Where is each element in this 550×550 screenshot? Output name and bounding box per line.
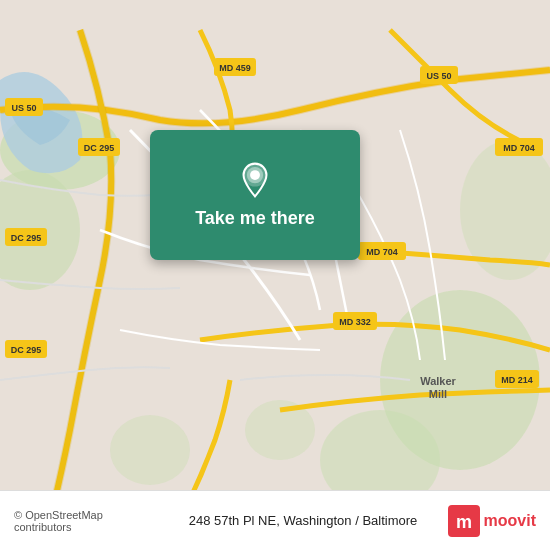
- take-me-there-button[interactable]: Take me there: [150, 130, 360, 260]
- take-me-there-label: Take me there: [195, 208, 315, 229]
- svg-text:Mill: Mill: [429, 388, 447, 400]
- svg-text:MD 704: MD 704: [503, 143, 535, 153]
- svg-text:DC 295: DC 295: [84, 143, 115, 153]
- svg-point-33: [250, 170, 260, 180]
- moovit-text: moovit: [484, 512, 536, 530]
- moovit-icon: m: [448, 505, 480, 537]
- copyright-text: © OpenStreetMap contributors: [14, 509, 159, 533]
- map-svg: US 50 US 50 MD 459 DC 295 DC 295 DC 295 …: [0, 0, 550, 550]
- svg-text:DC 295: DC 295: [11, 345, 42, 355]
- moovit-logo: m moovit: [448, 505, 536, 537]
- map-container: US 50 US 50 MD 459 DC 295 DC 295 DC 295 …: [0, 0, 550, 550]
- svg-text:MD 459: MD 459: [219, 63, 251, 73]
- svg-text:MD 332: MD 332: [339, 317, 371, 327]
- svg-text:US 50: US 50: [426, 71, 451, 81]
- svg-text:US 50: US 50: [11, 103, 36, 113]
- svg-text:MD 704: MD 704: [366, 247, 398, 257]
- address-text: 248 57th Pl NE, Washington / Baltimore: [159, 513, 448, 528]
- svg-text:MD 214: MD 214: [501, 375, 533, 385]
- svg-text:Walker: Walker: [420, 375, 456, 387]
- svg-text:m: m: [456, 512, 472, 532]
- svg-point-5: [110, 415, 190, 485]
- location-pin-icon: [237, 162, 273, 198]
- bottom-bar: © OpenStreetMap contributors 248 57th Pl…: [0, 490, 550, 550]
- svg-text:DC 295: DC 295: [11, 233, 42, 243]
